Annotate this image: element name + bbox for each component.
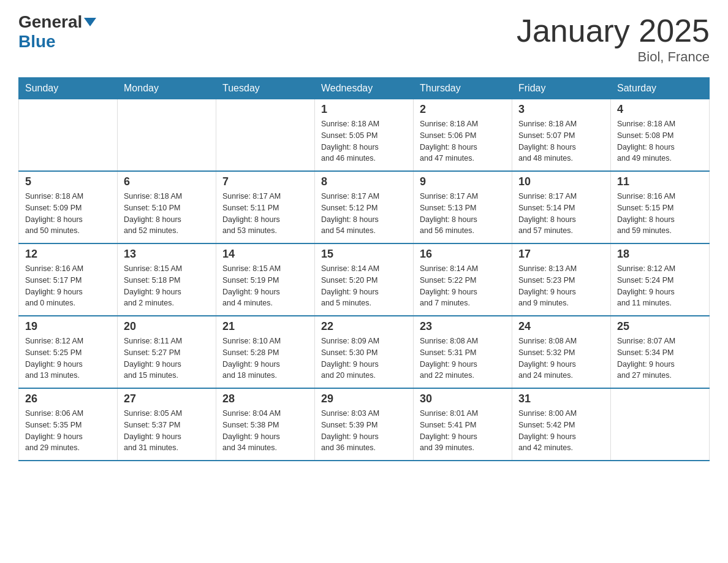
logo-arrow-icon — [84, 18, 96, 26]
calendar-cell: 18Sunrise: 8:12 AMSunset: 5:24 PMDayligh… — [611, 243, 710, 316]
sun-info: Sunrise: 8:09 AMSunset: 5:30 PMDaylight:… — [321, 335, 407, 381]
day-number: 26 — [25, 393, 111, 405]
day-number: 5 — [25, 175, 111, 188]
day-number: 27 — [124, 393, 210, 405]
day-header-tuesday: Tuesday — [216, 78, 315, 99]
day-number: 20 — [124, 320, 210, 333]
day-header-wednesday: Wednesday — [315, 78, 414, 99]
day-number: 21 — [222, 320, 308, 333]
sun-info: Sunrise: 8:07 AMSunset: 5:34 PMDaylight:… — [617, 335, 703, 381]
day-number: 17 — [518, 248, 604, 261]
calendar-cell: 16Sunrise: 8:14 AMSunset: 5:22 PMDayligh… — [414, 243, 512, 316]
calendar-title: January 2025 — [517, 12, 710, 49]
sun-info: Sunrise: 8:17 AMSunset: 5:12 PMDaylight:… — [321, 191, 407, 237]
sun-info: Sunrise: 8:16 AMSunset: 5:17 PMDaylight:… — [25, 263, 111, 309]
calendar-cell: 12Sunrise: 8:16 AMSunset: 5:17 PMDayligh… — [19, 243, 118, 316]
sun-info: Sunrise: 8:17 AMSunset: 5:11 PMDaylight:… — [222, 191, 308, 237]
day-number: 25 — [617, 320, 703, 333]
sun-info: Sunrise: 8:18 AMSunset: 5:07 PMDaylight:… — [518, 118, 604, 164]
sun-info: Sunrise: 8:16 AMSunset: 5:15 PMDaylight:… — [617, 191, 703, 237]
day-number: 6 — [124, 175, 210, 188]
sun-info: Sunrise: 8:14 AMSunset: 5:20 PMDaylight:… — [321, 263, 407, 309]
day-number: 18 — [617, 248, 703, 261]
day-number: 2 — [420, 103, 506, 116]
day-number: 23 — [420, 320, 506, 333]
calendar-cell: 24Sunrise: 8:08 AMSunset: 5:32 PMDayligh… — [512, 316, 611, 388]
calendar-cell: 26Sunrise: 8:06 AMSunset: 5:35 PMDayligh… — [19, 388, 118, 461]
sun-info: Sunrise: 8:18 AMSunset: 5:06 PMDaylight:… — [420, 118, 506, 164]
sun-info: Sunrise: 8:18 AMSunset: 5:09 PMDaylight:… — [25, 191, 111, 237]
week-row-1: 1Sunrise: 8:18 AMSunset: 5:05 PMDaylight… — [19, 99, 710, 172]
day-number: 9 — [420, 175, 506, 188]
day-number: 30 — [420, 393, 506, 405]
calendar-cell: 28Sunrise: 8:04 AMSunset: 5:38 PMDayligh… — [216, 388, 315, 461]
sun-info: Sunrise: 8:05 AMSunset: 5:37 PMDaylight:… — [124, 408, 210, 454]
day-number: 8 — [321, 175, 407, 188]
day-number: 31 — [518, 393, 604, 405]
calendar-subtitle: Biol, France — [517, 49, 710, 65]
calendar-cell: 30Sunrise: 8:01 AMSunset: 5:41 PMDayligh… — [414, 388, 512, 461]
sun-info: Sunrise: 8:18 AMSunset: 5:05 PMDaylight:… — [321, 118, 407, 164]
calendar-cell — [19, 99, 118, 172]
logo-general-label: General — [18, 12, 82, 32]
calendar-header: SundayMondayTuesdayWednesdayThursdayFrid… — [19, 78, 710, 99]
sun-info: Sunrise: 8:08 AMSunset: 5:31 PMDaylight:… — [420, 335, 506, 381]
day-number: 15 — [321, 248, 407, 261]
sun-info: Sunrise: 8:13 AMSunset: 5:23 PMDaylight:… — [518, 263, 604, 309]
logo: General Blue — [18, 12, 96, 52]
sun-info: Sunrise: 8:12 AMSunset: 5:25 PMDaylight:… — [25, 335, 111, 381]
calendar-cell: 27Sunrise: 8:05 AMSunset: 5:37 PMDayligh… — [118, 388, 216, 461]
calendar-cell: 9Sunrise: 8:17 AMSunset: 5:13 PMDaylight… — [414, 171, 512, 243]
sun-info: Sunrise: 8:12 AMSunset: 5:24 PMDaylight:… — [617, 263, 703, 309]
calendar-cell: 6Sunrise: 8:18 AMSunset: 5:10 PMDaylight… — [118, 171, 216, 243]
calendar-table: SundayMondayTuesdayWednesdayThursdayFrid… — [18, 77, 710, 461]
day-number: 16 — [420, 248, 506, 261]
sun-info: Sunrise: 8:03 AMSunset: 5:39 PMDaylight:… — [321, 408, 407, 454]
calendar-cell: 11Sunrise: 8:16 AMSunset: 5:15 PMDayligh… — [611, 171, 710, 243]
day-number: 11 — [617, 175, 703, 188]
calendar-cell: 29Sunrise: 8:03 AMSunset: 5:39 PMDayligh… — [315, 388, 414, 461]
week-row-4: 19Sunrise: 8:12 AMSunset: 5:25 PMDayligh… — [19, 316, 710, 388]
sun-info: Sunrise: 8:18 AMSunset: 5:08 PMDaylight:… — [617, 118, 703, 164]
sun-info: Sunrise: 8:04 AMSunset: 5:38 PMDaylight:… — [222, 408, 308, 454]
day-number: 14 — [222, 248, 308, 261]
day-header-monday: Monday — [118, 78, 216, 99]
sun-info: Sunrise: 8:11 AMSunset: 5:27 PMDaylight:… — [124, 335, 210, 381]
sun-info: Sunrise: 8:17 AMSunset: 5:14 PMDaylight:… — [518, 191, 604, 237]
calendar-cell — [118, 99, 216, 172]
calendar-cell: 17Sunrise: 8:13 AMSunset: 5:23 PMDayligh… — [512, 243, 611, 316]
calendar-cell: 19Sunrise: 8:12 AMSunset: 5:25 PMDayligh… — [19, 316, 118, 388]
day-number: 10 — [518, 175, 604, 188]
week-row-2: 5Sunrise: 8:18 AMSunset: 5:09 PMDaylight… — [19, 171, 710, 243]
day-number: 12 — [25, 248, 111, 261]
sun-info: Sunrise: 8:06 AMSunset: 5:35 PMDaylight:… — [25, 408, 111, 454]
sun-info: Sunrise: 8:15 AMSunset: 5:18 PMDaylight:… — [124, 263, 210, 309]
day-number: 1 — [321, 103, 407, 116]
sun-info: Sunrise: 8:18 AMSunset: 5:10 PMDaylight:… — [124, 191, 210, 237]
day-header-row: SundayMondayTuesdayWednesdayThursdayFrid… — [19, 78, 710, 99]
sun-info: Sunrise: 8:14 AMSunset: 5:22 PMDaylight:… — [420, 263, 506, 309]
title-block: January 2025 Biol, France — [517, 12, 710, 65]
calendar-cell: 21Sunrise: 8:10 AMSunset: 5:28 PMDayligh… — [216, 316, 315, 388]
day-header-thursday: Thursday — [414, 78, 512, 99]
day-number: 3 — [518, 103, 604, 116]
sun-info: Sunrise: 8:10 AMSunset: 5:28 PMDaylight:… — [222, 335, 308, 381]
calendar-cell: 25Sunrise: 8:07 AMSunset: 5:34 PMDayligh… — [611, 316, 710, 388]
calendar-cell: 5Sunrise: 8:18 AMSunset: 5:09 PMDaylight… — [19, 171, 118, 243]
sun-info: Sunrise: 8:15 AMSunset: 5:19 PMDaylight:… — [222, 263, 308, 309]
calendar-cell: 13Sunrise: 8:15 AMSunset: 5:18 PMDayligh… — [118, 243, 216, 316]
day-number: 7 — [222, 175, 308, 188]
sun-info: Sunrise: 8:08 AMSunset: 5:32 PMDaylight:… — [518, 335, 604, 381]
day-number: 28 — [222, 393, 308, 405]
sun-info: Sunrise: 8:17 AMSunset: 5:13 PMDaylight:… — [420, 191, 506, 237]
calendar-cell: 14Sunrise: 8:15 AMSunset: 5:19 PMDayligh… — [216, 243, 315, 316]
calendar-cell: 31Sunrise: 8:00 AMSunset: 5:42 PMDayligh… — [512, 388, 611, 461]
day-header-sunday: Sunday — [19, 78, 118, 99]
calendar-cell: 15Sunrise: 8:14 AMSunset: 5:20 PMDayligh… — [315, 243, 414, 316]
calendar-cell: 3Sunrise: 8:18 AMSunset: 5:07 PMDaylight… — [512, 99, 611, 172]
day-number: 4 — [617, 103, 703, 116]
calendar-cell: 2Sunrise: 8:18 AMSunset: 5:06 PMDaylight… — [414, 99, 512, 172]
day-number: 29 — [321, 393, 407, 405]
calendar-cell: 20Sunrise: 8:11 AMSunset: 5:27 PMDayligh… — [118, 316, 216, 388]
calendar-cell: 8Sunrise: 8:17 AMSunset: 5:12 PMDaylight… — [315, 171, 414, 243]
